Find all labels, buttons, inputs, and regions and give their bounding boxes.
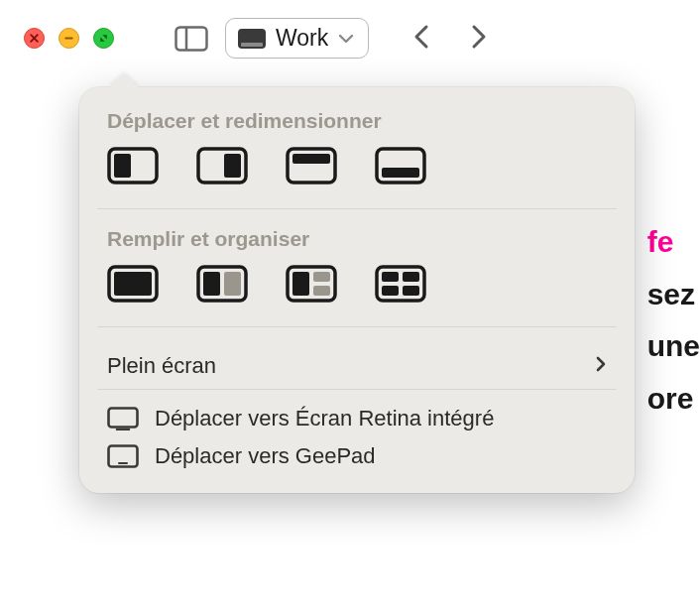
svg-rect-16 xyxy=(224,272,241,296)
chevron-down-icon xyxy=(338,30,354,48)
svg-rect-9 xyxy=(292,154,330,164)
chevron-right-icon xyxy=(595,353,607,379)
minimize-icon xyxy=(63,33,74,44)
background-text-line: sez xyxy=(647,269,700,321)
section-title-fill-arrange: Remplir et organiser xyxy=(79,227,635,265)
navigation-arrows xyxy=(412,23,488,55)
svg-rect-13 xyxy=(114,272,152,296)
forward-button[interactable] xyxy=(470,23,488,55)
tile-bottom-half[interactable] xyxy=(375,147,426,184)
traffic-lights xyxy=(24,28,114,49)
popover-divider xyxy=(97,389,617,390)
tile-arrange-three-icon xyxy=(286,265,337,303)
background-content: fe sez une ore xyxy=(647,216,700,425)
fullscreen-menu-item[interactable]: Plein écran xyxy=(79,345,635,389)
move-to-retina-menu-item[interactable]: Déplacer vers Écran Retina intégré xyxy=(79,400,635,437)
tile-right-half-icon xyxy=(196,147,248,184)
move-to-geepad-menu-item[interactable]: Déplacer vers GeePad xyxy=(79,437,635,475)
tile-arrange-lr-icon xyxy=(196,265,248,303)
minimize-window-button[interactable] xyxy=(58,28,79,49)
svg-rect-7 xyxy=(224,154,241,178)
window-toolbar: Work xyxy=(0,0,700,59)
sidebar-icon xyxy=(175,26,208,52)
tile-top-half[interactable] xyxy=(286,147,337,184)
window-tiling-popover: Déplacer et redimensionner xyxy=(79,87,635,493)
display-icon xyxy=(107,407,139,430)
move-to-retina-label: Déplacer vers Écran Retina intégré xyxy=(155,406,494,431)
tile-arrange-quarters[interactable] xyxy=(375,265,426,303)
svg-rect-22 xyxy=(382,272,399,282)
tab-group-button[interactable]: Work xyxy=(225,18,369,59)
svg-rect-19 xyxy=(313,272,330,282)
popover-divider xyxy=(97,208,617,209)
back-button[interactable] xyxy=(412,23,430,55)
zoom-window-button[interactable] xyxy=(93,28,114,49)
tile-bottom-half-icon xyxy=(375,147,426,184)
background-text-line: une xyxy=(647,320,700,373)
svg-rect-0 xyxy=(176,27,207,50)
popover-divider xyxy=(97,326,617,327)
svg-rect-5 xyxy=(114,154,131,178)
svg-rect-23 xyxy=(403,272,419,282)
section-title-move-resize: Déplacer et redimensionner xyxy=(79,109,635,147)
tile-left-half[interactable] xyxy=(107,147,159,184)
close-window-button[interactable] xyxy=(24,28,45,49)
svg-rect-20 xyxy=(313,286,330,296)
chevron-right-icon xyxy=(470,23,488,51)
svg-rect-25 xyxy=(403,286,419,296)
tile-row-move-resize xyxy=(79,147,635,208)
chevron-left-icon xyxy=(412,23,430,51)
tile-row-fill-arrange xyxy=(79,265,635,326)
move-to-geepad-label: Déplacer vers GeePad xyxy=(155,443,376,469)
tile-arrange-quarters-icon xyxy=(375,265,426,303)
tile-left-half-icon xyxy=(107,147,159,184)
tab-group-label: Work xyxy=(276,25,328,52)
tile-top-half-icon xyxy=(286,147,337,184)
tab-group-icon xyxy=(238,29,266,49)
svg-rect-15 xyxy=(203,272,220,296)
zoom-icon xyxy=(98,33,109,44)
tile-arrange-left-right[interactable] xyxy=(196,265,248,303)
tablet-icon xyxy=(107,444,139,468)
svg-rect-26 xyxy=(109,409,138,428)
background-text-line: ore xyxy=(647,373,700,426)
tile-right-half[interactable] xyxy=(196,147,248,184)
tile-fill[interactable] xyxy=(107,265,159,303)
svg-rect-3 xyxy=(241,43,263,47)
tile-fill-icon xyxy=(107,265,159,303)
fullscreen-label: Plein écran xyxy=(107,353,216,379)
background-text-highlight: fe xyxy=(647,225,674,258)
close-icon xyxy=(29,33,40,44)
svg-rect-11 xyxy=(382,168,419,178)
tile-arrange-three[interactable] xyxy=(286,265,337,303)
svg-rect-18 xyxy=(292,272,309,296)
sidebar-toggle-button[interactable] xyxy=(172,20,211,58)
svg-rect-24 xyxy=(382,286,399,296)
